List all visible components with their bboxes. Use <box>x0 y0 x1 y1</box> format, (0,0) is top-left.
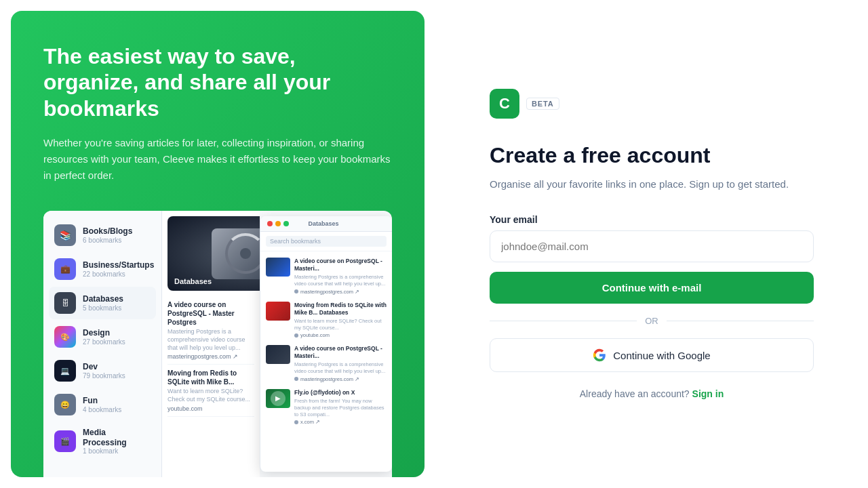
list-item: A video course on PostgreSQL - Master Po… <box>167 296 254 365</box>
panel-search: Search bookmarks <box>266 236 387 247</box>
preview-sidebar: 📚 Books/Blogs 6 bookmarks 💼 Business/Sta… <box>43 211 162 477</box>
signin-prompt: Already have an account? Sign in <box>490 388 814 399</box>
databases-icon: 🗄 <box>54 292 76 314</box>
panel-title: Databases <box>308 220 338 227</box>
media-icon: 🎬 <box>54 430 76 452</box>
page-title: Create a free account <box>490 143 814 168</box>
list-item: A video course on PostgreSQL - Masteri..… <box>260 254 392 298</box>
list-item: ▶ Fly.io (@flydotio) on X Fresh from the… <box>260 386 392 428</box>
list-item: 🗄 Databases 5 bookmarks <box>49 287 156 319</box>
featured-label: Databases <box>174 277 212 285</box>
preview-main: Databases A video course on PostgreSQL -… <box>162 211 260 477</box>
continue-email-button[interactable]: Continue with e-mail <box>490 272 814 304</box>
logo-area: C BETA <box>490 89 814 119</box>
list-item: 🎬 Media Processing 1 bookmark <box>49 422 156 460</box>
traffic-red <box>267 221 273 226</box>
divider-right <box>667 321 814 321</box>
list-item: Moving from Redis to SQLite with Mike B.… <box>167 365 254 416</box>
list-item: Moving from Redis to SQLite with Mike B.… <box>260 298 392 342</box>
featured-card: Databases <box>167 216 260 291</box>
panel-items: A video course on PostgreSQL - Masteri..… <box>260 251 392 431</box>
traffic-yellow <box>275 221 281 226</box>
preview-list: A video course on PostgreSQL - Master Po… <box>162 291 260 477</box>
right-panel: C BETA Create a free account Organise al… <box>435 0 868 488</box>
signin-link[interactable]: Sign in <box>692 388 724 399</box>
email-label: Your email <box>490 214 814 225</box>
hero-description: Whether you're saving articles for later… <box>43 135 392 184</box>
list-item: 💼 Business/Startups 22 bookmarks <box>49 253 156 285</box>
email-field[interactable] <box>490 230 814 262</box>
beta-badge: BETA <box>526 98 559 110</box>
continue-google-button[interactable]: Continue with Google <box>490 338 814 372</box>
books-icon: 📚 <box>54 224 76 246</box>
google-icon <box>593 348 606 362</box>
fun-icon: 😄 <box>54 394 76 415</box>
list-item: A video course on PostgreSQL - Masteri..… <box>260 342 392 386</box>
hero-title: The easiest way to save, organize, and s… <box>43 43 392 121</box>
traffic-green <box>283 221 289 226</box>
form-subtitle: Organise all your favorite links in one … <box>490 176 814 192</box>
divider-left <box>490 321 637 321</box>
business-icon: 💼 <box>54 258 76 280</box>
app-preview: 📚 Books/Blogs 6 bookmarks 💼 Business/Sta… <box>43 211 392 477</box>
or-divider: OR <box>490 316 814 326</box>
or-text: OR <box>645 316 658 326</box>
preview-panel: Databases Search bookmarks A video cours… <box>260 216 392 472</box>
list-item: 💻 Dev 79 bookmarks <box>49 354 156 387</box>
list-item: 🎨 Design 27 bookmarks <box>49 321 156 353</box>
design-icon: 🎨 <box>54 326 76 348</box>
app-logo: C <box>490 89 519 119</box>
left-panel: The easiest way to save, organize, and s… <box>11 11 425 477</box>
list-item: 📚 Books/Blogs 6 bookmarks <box>49 219 156 251</box>
dev-icon: 💻 <box>54 360 76 382</box>
list-item: 😄 Fun 4 bookmarks <box>49 388 156 421</box>
